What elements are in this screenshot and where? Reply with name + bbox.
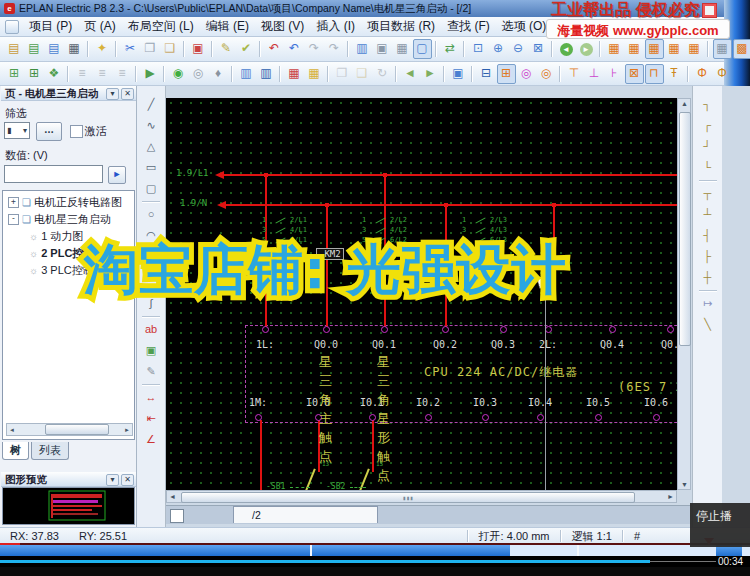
check-project-button[interactable]: ✔ [237,39,256,59]
zoom-in-button[interactable]: ⊕ [489,39,508,59]
stop-button[interactable]: 停止播 [690,503,750,547]
corner-down-right-button[interactable]: ┌ [696,116,719,136]
busbar-tool-button[interactable]: Ŧ [665,64,684,84]
draw-rectangle-button[interactable]: ▭ [140,158,163,178]
tree-item-3[interactable]: ☼1 动力图 [3,228,134,245]
t-node-down-button[interactable]: ┬ [696,184,719,204]
grid-size-2-button[interactable]: ▦ [625,39,644,59]
shield-tool-button[interactable]: ⊓ [645,64,664,84]
insert-text-button[interactable]: ab [140,320,163,340]
corner-up-left-button[interactable]: ┘ [696,137,719,157]
page-tab[interactable]: /2 [233,506,378,523]
zoom-out-button[interactable]: ⊖ [509,39,528,59]
draw-polyline-button[interactable]: ∿ [140,116,163,136]
video-buffer-bar[interactable] [0,545,750,556]
object-snap-button[interactable]: ▩ [733,39,750,59]
expander-icon[interactable]: + [8,197,19,208]
copy-disabled-button[interactable]: ❐ [333,64,352,84]
draw-arc-button[interactable]: ◠ [140,226,163,246]
import-folder-button[interactable]: ▥ [237,64,256,84]
paste-button[interactable]: ❑ [161,39,180,59]
potential-tool-2-button[interactable]: Φ [713,64,732,84]
message-list-button[interactable]: ▣ [373,39,392,59]
back-nav-button[interactable]: ◄ [401,64,420,84]
organize-project-button[interactable]: ✦ [93,39,112,59]
symbol-select-button[interactable]: ⊞ [5,64,24,84]
expander-icon[interactable]: - [8,214,19,225]
sync-on-button[interactable]: ◉ [169,64,188,84]
forward-nav-button[interactable]: ► [421,64,440,84]
grid-size-5-button[interactable]: ▦ [685,39,704,59]
zoom-fit-button[interactable]: ⊠ [529,39,548,59]
export-folder-button[interactable]: ▥ [257,64,276,84]
redo-button[interactable]: ↷ [305,39,324,59]
draw-sector-button[interactable]: ◔ [140,268,163,288]
potential-tool-button[interactable]: Φ [693,64,712,84]
draw-polygon-button[interactable]: △ [140,137,163,157]
coil-tool-2-button[interactable]: ◎ [537,64,556,84]
plugin-button[interactable]: ❖ [45,64,64,84]
panel-pin-icon[interactable]: ▾ [106,88,119,100]
hscroll-thumb[interactable]: ▮▮▮ [181,492,635,503]
scroll-right-icon[interactable]: ► [122,427,132,433]
grid-size-3-button[interactable]: ▦ [645,39,664,59]
navigator-tab-2[interactable]: 列表 [31,442,69,460]
paste-disabled-button[interactable]: ❑ [353,64,372,84]
scroll-down-icon[interactable]: ▼ [681,481,688,488]
t-node-right-button[interactable]: ├ [696,247,719,267]
draw-spline-button[interactable]: ʃ [140,294,163,314]
scroll-right-icon[interactable]: ► [667,493,674,500]
canvas-vscrollbar[interactable]: ▲ ▼ [677,98,691,490]
previous-page-button[interactable]: ◄ [557,39,576,59]
workspace-window-button[interactable]: ▢ [413,39,432,59]
t-node-up-button[interactable]: ┴ [696,205,719,225]
text-sizes-button[interactable]: ≡ [73,64,92,84]
text-align-button[interactable]: ≡ [113,64,132,84]
menu-item-6[interactable]: 插入 (I) [310,16,361,37]
delete-button[interactable]: ▣ [189,39,208,59]
plc-box-tool-button[interactable]: ⊟ [477,64,496,84]
terminal-multi-tool-button[interactable]: ⊥ [585,64,604,84]
draw-line-button[interactable]: ╱ [140,95,163,115]
menu-item-7[interactable]: 项目数据 (R) [361,16,441,37]
menu-item-3[interactable]: 布局空间 (L) [122,16,200,37]
dim-continue-button[interactable]: ⇤ [140,409,163,429]
draw-circle-button[interactable]: ○ [140,205,163,225]
preview-pin-icon[interactable]: ▾ [106,474,119,486]
break-point-button[interactable]: ↦ [696,294,719,314]
panel-close-icon[interactable]: ✕ [121,88,134,100]
value-input[interactable] [4,165,103,183]
tree-item-2[interactable]: -❏电机星三角启动 [3,211,134,228]
cable-tool-button[interactable]: ⊠ [625,64,644,84]
draw-rounded-rect-button[interactable]: ▢ [140,179,163,199]
menu-item-5[interactable]: 视图 (V) [255,16,310,37]
insert-hyperlink-button[interactable]: ✎ [140,362,163,382]
pin-button[interactable]: ♦ [209,64,228,84]
angle-connection-button[interactable]: ╲ [696,315,719,335]
schematic-canvas[interactable]: 1.9/L11.9/N12/L134/L156/L112/L234/L256/L… [166,98,677,490]
menu-item-1[interactable]: 项目 (P) [23,16,78,37]
coil-tool-button[interactable]: ◎ [517,64,536,84]
sync-off-button[interactable]: ◎ [189,64,208,84]
navigator-tab-1[interactable]: 树 [2,442,29,460]
video-progress-bar[interactable]: 00:34 [0,556,750,567]
symbol-multi-button[interactable]: ⊞ [25,64,44,84]
device-box-tool-button[interactable]: ⊞ [497,64,516,84]
dim-angle-button[interactable]: ∠ [140,430,163,450]
next-page-button[interactable]: ► [577,39,596,59]
apply-filter-button[interactable]: ► [108,166,126,184]
print-button[interactable]: ▦ [65,39,84,59]
table-new-button[interactable]: ▦ [305,64,324,84]
preview-close-icon[interactable]: ✕ [121,474,134,486]
table-delete-button[interactable]: ▦ [285,64,304,84]
dim-linear-button[interactable]: ↔ [140,388,163,408]
new-project-button[interactable]: ▤ [5,39,24,59]
rotate-disabled-button[interactable]: ↻ [373,64,392,84]
copy-button[interactable]: ❐ [141,39,160,59]
snap-to-grid-button[interactable]: ▦ [713,39,732,59]
grid-size-4-button[interactable]: ▦ [665,39,684,59]
text-styles-button[interactable]: ≡ [93,64,112,84]
menu-item-9[interactable]: 选项 (O) [496,16,553,37]
scroll-left-icon[interactable]: ◄ [7,427,17,433]
cut-button[interactable]: ✂ [121,39,140,59]
